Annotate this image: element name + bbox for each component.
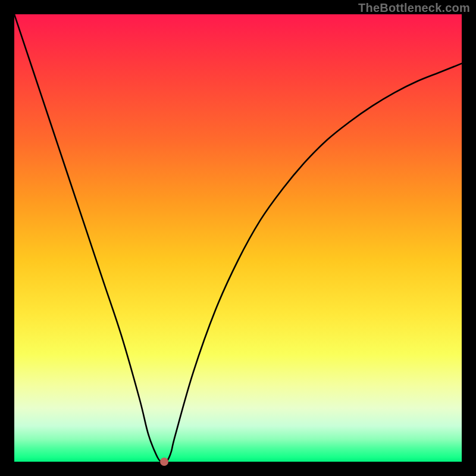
bottleneck-curve bbox=[14, 14, 462, 462]
marker-dot bbox=[160, 458, 168, 466]
plot-area bbox=[14, 14, 462, 462]
watermark-text: TheBottleneck.com bbox=[358, 1, 470, 15]
chart-frame: TheBottleneck.com bbox=[0, 0, 476, 476]
